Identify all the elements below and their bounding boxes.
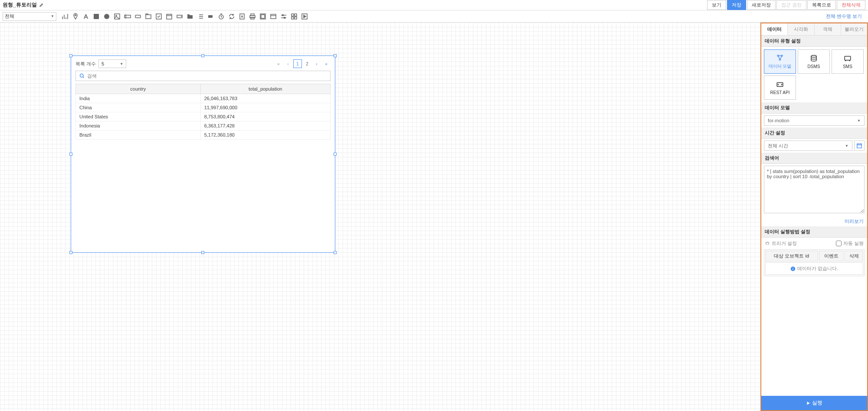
canvas[interactable]: 목록 개수 5 « ‹ 1 2 › » (0, 23, 760, 411)
bar-chart-icon[interactable] (62, 13, 69, 20)
dropdown-icon[interactable] (176, 13, 183, 20)
view-button[interactable]: 보기 (707, 0, 726, 10)
play-box-icon[interactable] (301, 13, 308, 20)
list-icon[interactable] (197, 13, 204, 20)
resize-handle-w[interactable] (69, 153, 72, 156)
list-count-select[interactable]: 5 (98, 59, 126, 68)
delete-all-button[interactable]: 전체삭제 (837, 0, 865, 10)
save-button[interactable]: 저장 (727, 0, 746, 10)
query-textarea[interactable] (764, 166, 865, 213)
api-icon (776, 81, 784, 88)
auto-exec-checkbox[interactable]: 자동 실행 (836, 240, 864, 247)
calendar-button[interactable] (854, 140, 865, 151)
model-select[interactable]: for-motion (764, 115, 865, 126)
info-icon (790, 266, 796, 271)
refresh-icon[interactable] (228, 13, 235, 20)
run-button[interactable]: 실행 (761, 396, 867, 410)
resize-handle-s[interactable] (201, 251, 204, 254)
cell-country: Indonesia (76, 121, 201, 130)
col-total-population[interactable]: total_population (200, 84, 330, 94)
list-count-value: 5 (102, 61, 104, 66)
pager-prev[interactable]: ‹ (284, 59, 292, 68)
type-data-model[interactable]: 데이터 모델 (764, 49, 796, 74)
tab-data[interactable]: 데이터 (761, 23, 788, 35)
svg-rect-16 (251, 17, 254, 19)
svg-rect-22 (292, 14, 294, 16)
tab-object[interactable]: 객체 (815, 23, 841, 35)
checkbox-icon[interactable] (155, 13, 162, 20)
window-icon[interactable] (270, 13, 277, 20)
timer-icon[interactable] (218, 13, 225, 20)
type-label: 데이터 모델 (769, 63, 792, 69)
pager-next[interactable]: › (312, 59, 321, 68)
widget-search-box[interactable] (75, 71, 331, 81)
save-as-button[interactable]: 새로저장 (747, 0, 776, 10)
print-icon[interactable] (249, 13, 256, 20)
label-icon[interactable] (207, 13, 214, 20)
widget-search-input[interactable] (87, 73, 327, 78)
cell-pop: 11,997,690,000 (200, 103, 330, 112)
time-select[interactable]: 전체 시간 (764, 140, 852, 151)
tab-load[interactable]: 불러오기 (841, 23, 867, 35)
tab-viz[interactable]: 시각화 (788, 23, 814, 35)
svg-point-4 (116, 15, 117, 16)
resize-handle-n[interactable] (201, 54, 204, 57)
panel-icon[interactable] (259, 13, 266, 20)
to-list-button[interactable]: 목록으로 (807, 0, 836, 10)
folder-icon[interactable] (187, 13, 193, 20)
pager-page-2[interactable]: 2 (303, 59, 311, 68)
type-rest-api[interactable]: REST API (764, 75, 796, 100)
trigger-label[interactable]: 트리거 설정 (772, 240, 797, 247)
widget-inner: 목록 개수 5 « ‹ 1 2 › » (71, 56, 335, 143)
circle-icon[interactable] (103, 13, 110, 20)
pager-first[interactable]: « (274, 59, 283, 68)
pager-page-1[interactable]: 1 (293, 59, 302, 68)
grid-icon[interactable] (291, 13, 298, 20)
type-dsms[interactable]: DSMS (798, 49, 830, 74)
calendar-icon[interactable] (166, 13, 173, 20)
access-button: 접근 권한 (776, 0, 806, 10)
layer-select[interactable]: 전체 (3, 12, 56, 21)
resize-handle-ne[interactable] (334, 54, 337, 57)
play-icon (806, 401, 810, 405)
resize-handle-sw[interactable] (69, 251, 72, 254)
preview-link[interactable]: 미리보기 (761, 216, 867, 226)
trigger-col-id: 대상 오브젝트 id (765, 251, 818, 261)
download-icon[interactable] (239, 13, 246, 20)
view-all-vars-link[interactable]: 전체 변수명 보기 (826, 13, 862, 20)
table-row: Indonesia6,363,177,428 (76, 121, 331, 130)
button-icon[interactable] (134, 13, 141, 20)
type-sms[interactable]: SMS (832, 49, 864, 74)
trigger-row: 트리거 설정 자동 실행 (761, 238, 867, 249)
edit-title-icon[interactable] (39, 3, 44, 8)
pager-last[interactable]: » (322, 59, 331, 68)
tab-icon[interactable] (145, 13, 152, 20)
data-table: country total_population India26,046,163… (75, 84, 331, 140)
toolbar: 전체 전체 변수명 보기 (0, 10, 868, 23)
input-icon[interactable] (124, 13, 131, 20)
right-panel: 데이터 시각화 객체 불러오기 데이터 유형 설정 데이터 모델 DSMS SM… (760, 23, 868, 411)
map-pin-icon[interactable] (72, 13, 79, 20)
image-icon[interactable] (114, 13, 121, 20)
col-country[interactable]: country (76, 84, 201, 94)
slider-icon[interactable] (280, 13, 287, 20)
trigger-col-delete: 삭제 (845, 251, 863, 261)
section-data-type: 데이터 유형 설정 (761, 36, 867, 47)
square-icon[interactable] (93, 13, 100, 20)
table-widget[interactable]: 목록 개수 5 « ‹ 1 2 › » (71, 55, 335, 253)
layer-select-value: 전체 (5, 13, 14, 20)
svg-rect-32 (845, 56, 851, 60)
list-count-label: 목록 개수 (75, 61, 96, 67)
svg-rect-23 (295, 14, 297, 16)
resize-handle-e[interactable] (334, 153, 337, 156)
cell-pop: 6,363,177,428 (200, 121, 330, 130)
resize-handle-se[interactable] (334, 251, 337, 254)
text-icon[interactable] (82, 13, 89, 20)
auto-exec-input[interactable] (836, 241, 842, 246)
main-area: 목록 개수 5 « ‹ 1 2 › » (0, 23, 868, 411)
resize-handle-nw[interactable] (69, 54, 72, 57)
svg-rect-24 (292, 17, 294, 19)
trigger-col-event: 이벤트 (819, 251, 844, 261)
svg-rect-18 (261, 15, 265, 18)
svg-point-0 (75, 14, 76, 16)
